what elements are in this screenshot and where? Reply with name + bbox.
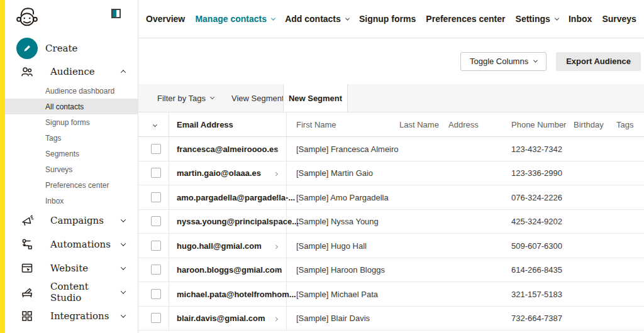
select-all-dropdown[interactable] <box>153 120 157 129</box>
mailchimp-logo-icon[interactable] <box>15 5 39 29</box>
contact-email-link[interactable]: nyssa.young@principalspace... <box>177 217 299 226</box>
chevron-right-icon[interactable] <box>274 289 277 298</box>
column-divider <box>169 258 169 282</box>
chevron-right-icon[interactable] <box>274 168 277 178</box>
sidebar-item-inbox[interactable]: Inbox <box>5 193 138 209</box>
tab-add-contacts[interactable]: Add contacts <box>285 14 349 24</box>
sidebar-item-label: Automations <box>50 239 111 250</box>
contact-email-link[interactable]: martin.gaio@olaaa.es <box>177 168 261 178</box>
sidebar-item-label: Campaigns <box>50 215 104 226</box>
tab-overview[interactable]: Overview <box>146 14 185 24</box>
column-divider <box>169 112 169 136</box>
pencil-icon <box>16 38 38 59</box>
sidebar-item-surveys[interactable]: Surveys <box>5 161 138 177</box>
tab-preferences-center[interactable]: Preferences center <box>426 14 505 24</box>
sidebar-header <box>5 0 138 29</box>
contact-phone: 321-157-5183 <box>511 289 562 298</box>
button-label: Toggle Columns <box>470 57 528 66</box>
toggle-columns-button[interactable]: Toggle Columns <box>460 52 547 71</box>
dropdown-label: Filter by Tags <box>157 94 206 103</box>
contact-phone: 076-324-2226 <box>511 192 562 202</box>
column-divider <box>286 112 287 136</box>
sidebar-content: Create Audience Audience dashboard All c… <box>5 0 138 333</box>
main-content: Overview Manage contacts Add contacts Si… <box>138 0 644 333</box>
column-divider <box>169 210 169 234</box>
column-divider <box>286 234 287 258</box>
column-divider <box>169 161 169 185</box>
column-header-first-name[interactable]: First Name <box>296 120 336 129</box>
column-divider <box>169 137 169 161</box>
sidebar-item-automations[interactable]: Automations <box>5 232 138 256</box>
chevron-right-icon[interactable] <box>274 265 277 275</box>
sidebar-item-content-studio[interactable]: Content Studio <box>5 280 138 304</box>
chevron-down-icon <box>121 241 126 246</box>
sidebar-item-integrations[interactable]: Integrations <box>5 304 138 328</box>
chevron-right-icon[interactable] <box>274 217 277 226</box>
tab-inbox[interactable]: Inbox <box>569 14 592 24</box>
tab-manage-contacts[interactable]: Manage contacts <box>195 14 275 24</box>
contact-first-name: [Sample] Francesca Almeiro <box>296 144 399 153</box>
contact-email-link[interactable]: hugo.hall@gmial.com <box>177 241 262 250</box>
column-divider <box>169 282 169 306</box>
contact-first-name: [Sample] Amo Pargadella <box>296 192 389 202</box>
sidebar-item-all-contacts[interactable]: All contacts <box>5 99 138 114</box>
chevron-right-icon[interactable] <box>274 241 277 250</box>
row-checkbox[interactable] <box>151 144 161 154</box>
tab-signup-forms[interactable]: Signup forms <box>359 14 416 24</box>
table-row: francesca@almeiroooo.es [Sample] Frances… <box>138 137 644 161</box>
tab-label: Manage contacts <box>195 14 267 24</box>
export-audience-button[interactable]: Export Audience <box>556 52 641 71</box>
contact-email-link[interactable]: blair.davis@gmial.com <box>177 314 265 323</box>
chevron-right-icon[interactable] <box>274 314 277 323</box>
contact-email-link[interactable]: michael.pata@hotelfromhom... <box>177 289 296 298</box>
contact-phone: 123-432-7342 <box>511 144 562 153</box>
row-checkbox[interactable] <box>151 265 161 275</box>
sidebar-item-segments[interactable]: Segments <box>5 146 138 161</box>
sidebar-collapse-icon[interactable] <box>111 9 121 18</box>
chevron-down-icon <box>121 217 126 222</box>
sidebar-item-preferences-center[interactable]: Preferences center <box>5 177 138 193</box>
column-header-last-name[interactable]: Last Name <box>399 120 439 129</box>
dropdown-label: View Segment <box>231 94 284 103</box>
table-header-row: Email Address First Name Last Name Addre… <box>138 112 644 137</box>
contact-first-name: [Sample] Hugo Hall <box>296 241 367 250</box>
column-header-email[interactable]: Email Address <box>177 120 233 129</box>
row-checkbox[interactable] <box>151 216 161 226</box>
chevron-down-icon <box>153 123 157 127</box>
sidebar-item-campaigns[interactable]: Campaigns <box>5 209 138 232</box>
row-checkbox[interactable] <box>151 289 161 299</box>
sidebar-item-website[interactable]: Website <box>5 256 138 280</box>
chevron-right-icon[interactable] <box>274 192 277 202</box>
contact-first-name: [Sample] Nyssa Young <box>296 217 379 226</box>
sidebar-item-label: Audience <box>50 66 95 77</box>
sidebar-item-signup-forms[interactable]: Signup forms <box>5 114 138 130</box>
column-header-address[interactable]: Address <box>448 120 479 129</box>
tab-settings[interactable]: Settings <box>516 14 558 24</box>
table-row: nyssa.young@principalspace... [Sample] N… <box>138 210 644 234</box>
row-checkbox[interactable] <box>151 192 161 202</box>
contact-phone: 732-664-7387 <box>511 314 562 323</box>
row-checkbox[interactable] <box>151 168 161 178</box>
chevron-right-icon[interactable] <box>274 144 277 153</box>
contact-first-name: [Sample] Haroon Bloggs <box>296 265 385 275</box>
row-checkbox[interactable] <box>151 313 161 323</box>
chevron-down-icon <box>533 58 538 63</box>
column-header-phone[interactable]: Phone Number <box>511 120 566 129</box>
contact-email-link[interactable]: haroon.bloggs@gmial.com <box>177 265 282 275</box>
chevron-down-icon <box>121 288 126 293</box>
new-segment-button[interactable]: New Segment <box>283 84 348 112</box>
audience-topnav: Overview Manage contacts Add contacts Si… <box>138 0 644 38</box>
filter-by-tags-dropdown[interactable]: Filter by Tags <box>157 94 214 103</box>
sidebar-item-audience[interactable]: Audience <box>5 60 138 83</box>
contact-email-link[interactable]: francesca@almeiroooo.es <box>177 144 279 153</box>
sidebar-item-audience-dashboard[interactable]: Audience dashboard <box>5 83 138 99</box>
column-divider <box>169 307 169 330</box>
column-header-tags[interactable]: Tags <box>616 120 633 129</box>
column-header-birthday[interactable]: Birthday <box>574 120 604 129</box>
row-checkbox[interactable] <box>151 241 161 251</box>
table-row: amo.pargadella@pargadella-... [Sample] A… <box>138 185 644 210</box>
chevron-down-icon <box>345 16 350 20</box>
sidebar-item-tags[interactable]: Tags <box>5 130 138 146</box>
tab-surveys[interactable]: Surveys <box>602 14 636 24</box>
sidebar-item-create[interactable]: Create <box>5 36 138 60</box>
